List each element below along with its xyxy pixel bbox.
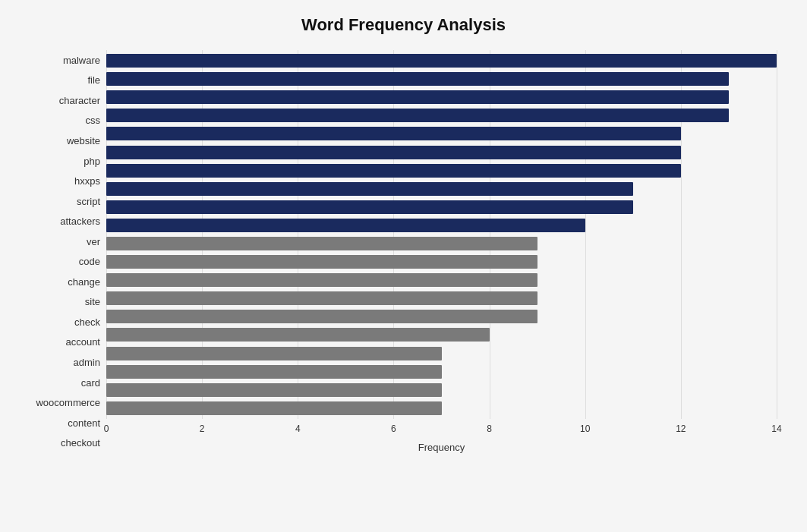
- bar-row: [106, 345, 777, 362]
- bar-row: [106, 326, 777, 343]
- y-label: code: [79, 253, 100, 271]
- y-label: file: [87, 71, 100, 90]
- bar: [106, 164, 681, 178]
- bar-row: [106, 308, 777, 325]
- bar: [106, 401, 442, 415]
- bar-row: [106, 144, 777, 161]
- bar-row: [106, 52, 777, 69]
- y-label: attackers: [60, 212, 100, 231]
- bar: [106, 109, 729, 122]
- y-label: card: [81, 373, 100, 392]
- x-tick: 8: [487, 423, 492, 434]
- y-label: ver: [87, 232, 100, 250]
- bar: [106, 219, 585, 232]
- bar: [106, 237, 537, 250]
- bar: [106, 255, 537, 269]
- y-label: css: [86, 112, 101, 130]
- bar: [106, 365, 442, 379]
- bar-row: [106, 235, 777, 252]
- x-tick: 2: [200, 423, 205, 434]
- y-axis: malwarefilecharactercsswebsitephphxxpssc…: [30, 50, 106, 453]
- y-label: woocommerce: [36, 394, 100, 412]
- bar: [106, 146, 681, 159]
- bar: [106, 291, 537, 305]
- bar-row: [106, 89, 777, 105]
- y-label: content: [68, 414, 100, 432]
- bar-row: [106, 290, 777, 307]
- bar-row: [106, 400, 777, 417]
- y-label: site: [85, 293, 100, 311]
- x-axis-label: Frequency: [106, 442, 777, 453]
- x-tick: 4: [295, 423, 301, 434]
- bar: [106, 182, 633, 196]
- y-label: admin: [74, 353, 100, 371]
- y-label: checkout: [61, 434, 100, 452]
- bar-row: [106, 364, 777, 380]
- grid-and-bars: [106, 50, 777, 419]
- bar: [106, 310, 537, 323]
- bar-row: [106, 162, 777, 179]
- y-label: change: [68, 272, 100, 291]
- bar-row: [106, 272, 777, 288]
- bar: [106, 200, 633, 214]
- bar: [106, 72, 729, 86]
- x-tick: 14: [771, 423, 781, 434]
- bar-row: [106, 217, 777, 234]
- bar: [106, 54, 777, 68]
- bars-and-grid: 02468101214 Frequency: [106, 50, 777, 453]
- x-axis: 02468101214 Frequency: [106, 423, 777, 453]
- x-tick: 12: [676, 423, 686, 434]
- y-label: check: [74, 313, 100, 331]
- bar-row: [106, 181, 777, 197]
- x-tick: 10: [580, 423, 590, 434]
- y-label: website: [67, 131, 100, 150]
- bar: [106, 127, 681, 140]
- y-label: account: [65, 333, 100, 351]
- y-label: php: [84, 152, 100, 170]
- y-label: malware: [63, 51, 100, 69]
- chart-title: Word Frequency Analysis: [30, 15, 777, 35]
- bar-row: [106, 253, 777, 270]
- bar-row: [106, 107, 777, 124]
- bar-row: [106, 125, 777, 142]
- bar: [106, 383, 442, 397]
- y-label: script: [77, 192, 100, 210]
- x-ticks: 02468101214: [106, 423, 777, 439]
- bar: [106, 273, 537, 287]
- bars-list: [106, 50, 777, 419]
- bar-row: [106, 382, 777, 398]
- grid-line: [777, 50, 777, 419]
- y-label: character: [59, 91, 100, 109]
- x-tick: 6: [391, 423, 396, 434]
- bar: [106, 328, 490, 342]
- chart-container: Word Frequency Analysis malwarefilechara…: [0, 0, 807, 532]
- bar: [106, 90, 729, 104]
- bar-row: [106, 71, 777, 87]
- bar-row: [106, 199, 777, 216]
- chart-area: malwarefilecharactercsswebsitephphxxpssc…: [30, 50, 777, 453]
- y-label: hxxps: [74, 172, 100, 190]
- x-tick: 0: [104, 423, 109, 434]
- bar: [106, 347, 442, 360]
